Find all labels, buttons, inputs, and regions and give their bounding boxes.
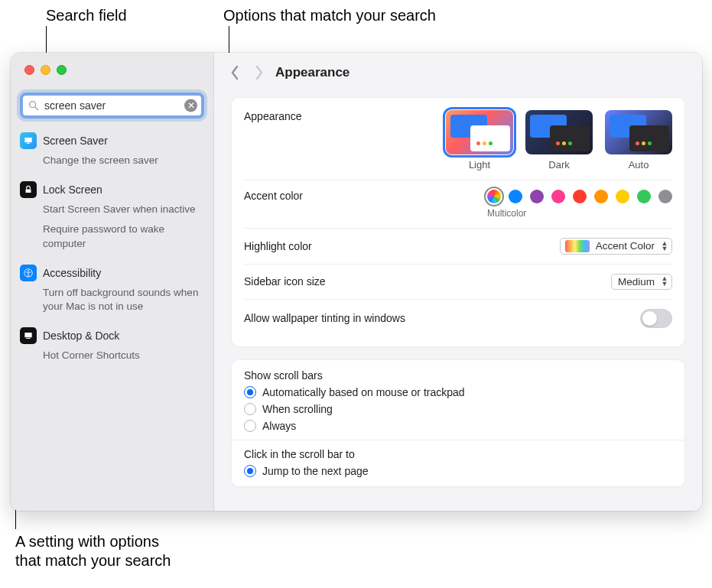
accent-swatch-blue[interactable] — [509, 190, 522, 203]
desktop-dock-icon — [20, 327, 37, 344]
accent-swatch-yellow[interactable] — [616, 190, 629, 203]
main-content: Appearance Appearance Light Dark — [214, 53, 702, 511]
radio-icon — [244, 386, 256, 398]
svg-rect-3 — [27, 143, 30, 144]
svg-point-6 — [28, 270, 29, 271]
result-subitem[interactable]: Require password to wake computer — [43, 223, 204, 250]
result-subitem[interactable]: Change the screen saver — [43, 154, 204, 167]
result-group-desktop-dock[interactable]: Desktop & Dock Hot Corner Shortcuts — [11, 327, 213, 362]
clear-search-button[interactable]: ✕ — [184, 99, 197, 112]
scrollbars-option-auto[interactable]: Automatically based on mouse or trackpad — [244, 386, 672, 398]
result-title: Lock Screen — [43, 184, 102, 196]
radio-label: Always — [262, 420, 296, 432]
radio-icon — [244, 420, 256, 432]
result-title: Accessibility — [43, 267, 101, 279]
search-input[interactable] — [23, 96, 201, 115]
scrollbars-options: Automatically based on mouse or trackpad… — [244, 386, 672, 432]
accent-swatch-orange[interactable] — [594, 190, 608, 203]
click-scroll-label: Click in the scroll bar to — [244, 448, 672, 460]
accessibility-icon — [20, 265, 37, 281]
callout-matching-options: Options that match your search — [223, 6, 436, 25]
sidebar-icon-size-value: Medium — [618, 276, 655, 288]
radio-label: Automatically based on mouse or trackpad — [262, 386, 465, 398]
minimize-icon[interactable] — [41, 65, 50, 75]
svg-line-1 — [35, 107, 38, 110]
result-subitem[interactable]: Hot Corner Shortcuts — [43, 349, 204, 362]
accent-swatch-pink[interactable] — [551, 190, 565, 203]
window-controls — [24, 65, 67, 75]
settings-content: Appearance Light Dark Auto — [214, 93, 702, 511]
scrollbars-option-always[interactable]: Always — [244, 420, 672, 432]
sidebar-icon-size-popup[interactable]: Medium ▲▼ — [611, 274, 672, 290]
appearance-card: Appearance Light Dark Auto — [231, 97, 685, 347]
back-button[interactable] — [229, 65, 240, 80]
sidebar: ✕ Screen Saver Change the screen saver L… — [11, 53, 214, 511]
radio-icon — [244, 465, 256, 477]
highlight-popup[interactable]: Accent Color ▲▼ — [560, 238, 672, 255]
nav-buttons — [229, 65, 265, 80]
scrollbars-label: Show scroll bars — [244, 369, 672, 382]
scrollbars-option-when-scrolling[interactable]: When scrolling — [244, 403, 672, 415]
accent-swatch-multicolor[interactable] — [487, 190, 501, 203]
forward-button[interactable] — [254, 65, 265, 80]
svg-rect-2 — [24, 138, 31, 142]
click-scroll-options: Jump to the next page — [244, 465, 672, 477]
result-group-screen-saver[interactable]: Screen Saver Change the screen saver — [11, 132, 213, 167]
result-group-accessibility[interactable]: Accessibility Turn off background sounds… — [11, 265, 213, 313]
svg-rect-8 — [26, 338, 31, 339]
callout-matching-setting-l2: that match your search — [15, 551, 171, 570]
radio-icon — [244, 403, 256, 415]
accent-swatch-red[interactable] — [573, 190, 587, 203]
chevron-updown-icon: ▲▼ — [661, 276, 668, 287]
result-title: Desktop & Dock — [43, 330, 119, 342]
search-field[interactable]: ✕ — [20, 93, 204, 119]
close-icon[interactable] — [24, 65, 34, 75]
svg-rect-7 — [24, 333, 31, 337]
appearance-label: Appearance — [244, 110, 302, 122]
appearance-mode-light[interactable]: Light — [446, 110, 513, 171]
accent-swatches — [487, 190, 672, 203]
click-scroll-option-next-page[interactable]: Jump to the next page — [244, 465, 672, 477]
search-results: Screen Saver Change the screen saver Loc… — [11, 132, 213, 363]
appearance-mode-dark[interactable]: Dark — [525, 110, 593, 171]
wallpaper-tinting-label: Allow wallpaper tinting in windows — [244, 312, 405, 324]
result-subitem[interactable]: Turn off background sounds when your Mac… — [43, 286, 204, 313]
highlight-gradient-icon — [565, 240, 590, 252]
appearance-mode-set: Light Dark Auto — [446, 110, 672, 171]
accent-caption: Multicolor — [487, 208, 526, 219]
svg-point-0 — [30, 102, 36, 108]
radio-label: When scrolling — [262, 403, 333, 415]
accent-swatch-purple[interactable] — [530, 190, 544, 203]
zoom-icon[interactable] — [57, 65, 67, 75]
result-title: Screen Saver — [43, 135, 108, 147]
search-icon — [28, 99, 40, 112]
accent-swatch-graphite[interactable] — [658, 190, 672, 203]
highlight-value: Accent Color — [596, 240, 655, 252]
callout-matching-setting-l1: A setting with options — [15, 532, 159, 551]
page-title: Appearance — [275, 65, 349, 80]
appearance-mode-label: Light — [446, 159, 513, 171]
system-settings-window: ✕ Screen Saver Change the screen saver L… — [11, 53, 702, 511]
lock-icon — [20, 181, 37, 198]
callout-search-field: Search field — [46, 6, 127, 25]
toolbar: Appearance — [214, 53, 702, 93]
appearance-mode-label: Auto — [605, 159, 672, 171]
screen-saver-icon — [20, 132, 37, 149]
scrollbars-card: Show scroll bars Automatically based on … — [231, 359, 685, 487]
appearance-mode-label: Dark — [525, 159, 593, 171]
wallpaper-tinting-toggle[interactable] — [640, 309, 672, 328]
result-group-lock-screen[interactable]: Lock Screen Start Screen Saver when inac… — [11, 181, 213, 251]
svg-rect-4 — [26, 190, 31, 193]
appearance-mode-auto[interactable]: Auto — [605, 110, 672, 171]
radio-label: Jump to the next page — [262, 465, 369, 477]
highlight-label: Highlight color — [244, 240, 312, 252]
accent-swatch-green[interactable] — [637, 190, 651, 203]
sidebar-icon-size-label: Sidebar icon size — [244, 275, 326, 288]
accent-label: Accent color — [244, 190, 303, 202]
chevron-updown-icon: ▲▼ — [661, 241, 668, 252]
result-subitem[interactable]: Start Screen Saver when inactive — [43, 203, 204, 216]
